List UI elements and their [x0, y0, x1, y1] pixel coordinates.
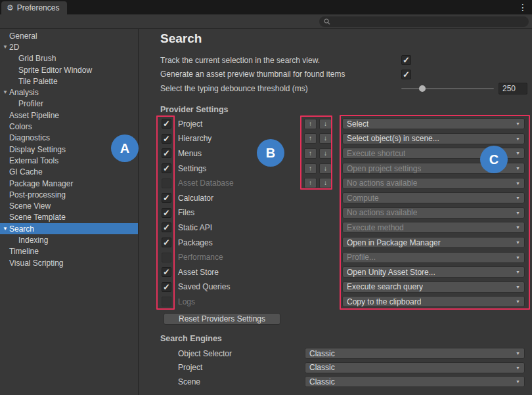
- project-checkbox[interactable]: [162, 119, 171, 129]
- foldout-triangle-icon[interactable]: ▼: [3, 45, 9, 50]
- sidebar-item-analysis[interactable]: ▼Analysis: [0, 87, 138, 98]
- debounce-slider[interactable]: [401, 83, 494, 94]
- chevron-down-icon: ▼: [513, 225, 520, 230]
- packages-action-dropdown[interactable]: Open in Package Manager▼: [342, 237, 525, 248]
- search-input[interactable]: [334, 18, 524, 26]
- provider-row-menus: Menus↑↓Execute shortcut▼: [160, 146, 527, 161]
- annotation-badge-a: A: [111, 135, 139, 162]
- dropdown-value: No actions available: [347, 178, 417, 188]
- move-up-button[interactable]: ↑: [304, 163, 317, 174]
- sidebar-item-label: Asset Pipeline: [9, 111, 59, 120]
- setting-label: Generate an asset preview thumbnail for …: [160, 70, 401, 79]
- provider-row-calculator: CalculatorCompute▼: [160, 190, 527, 205]
- sidebar-item-scene-view[interactable]: Scene View: [0, 200, 138, 211]
- static-api-action-dropdown[interactable]: Execute method▼: [342, 222, 525, 233]
- move-up-button[interactable]: ↑: [304, 148, 317, 159]
- sidebar-item-timeline[interactable]: Timeline: [0, 246, 138, 257]
- menus-checkbox[interactable]: [162, 148, 171, 158]
- move-up-button[interactable]: ↑: [304, 178, 317, 188]
- asset-database-checkbox[interactable]: [162, 178, 171, 188]
- files-checkbox[interactable]: [162, 208, 171, 218]
- reorder-arrows: ↑↓: [304, 163, 332, 174]
- provider-row-packages: PackagesOpen in Package Manager▼: [160, 235, 527, 250]
- engine-label: Object Selector: [178, 349, 305, 358]
- hierarchy-action-dropdown[interactable]: Select object(s) in scene...▼: [342, 133, 525, 144]
- sidebar-item-search[interactable]: ▼Search: [0, 223, 138, 234]
- sidebar-item-general[interactable]: General: [0, 30, 138, 41]
- dropdown-value: Open Unity Asset Store...: [347, 268, 435, 277]
- sidebar-item-package-manager[interactable]: Package Manager: [0, 178, 138, 189]
- packages-checkbox[interactable]: [162, 238, 171, 247]
- sidebar-item-label: Sprite Editor Window: [18, 66, 92, 75]
- sidebar-item-label: Post-processing: [9, 190, 66, 199]
- sidebar-item-scene-template[interactable]: Scene Template: [0, 212, 138, 223]
- preview-thumbnail-checkbox[interactable]: [401, 70, 411, 79]
- performance-action-dropdown[interactable]: Profile...▼: [342, 252, 525, 263]
- sidebar-item-post-processing[interactable]: Post-processing: [0, 189, 138, 200]
- asset-store-checkbox[interactable]: [162, 267, 171, 277]
- saved-queries-action-dropdown[interactable]: Execute search query▼: [342, 281, 525, 293]
- sidebar-item-label: Timeline: [9, 247, 39, 256]
- tab-preferences[interactable]: ⚙ Preferences: [1, 1, 67, 14]
- reset-providers-button[interactable]: Reset Providers Settings: [164, 313, 280, 325]
- chevron-down-icon: ▼: [513, 270, 520, 274]
- sidebar-item-indexing[interactable]: Indexing: [0, 234, 138, 245]
- project-action-dropdown[interactable]: Select▼: [342, 118, 525, 129]
- files-action-dropdown[interactable]: No actions available▼: [342, 207, 525, 218]
- object-selector-engine-dropdown[interactable]: Classic▼: [305, 348, 525, 359]
- sidebar-item-sprite-editor-window[interactable]: Sprite Editor Window: [0, 64, 138, 75]
- saved-queries-checkbox[interactable]: [162, 282, 171, 292]
- calculator-action-dropdown[interactable]: Compute▼: [342, 192, 525, 203]
- dropdown-value: Select: [347, 119, 368, 129]
- dropdown-value: Profile...: [347, 253, 376, 262]
- slider-handle[interactable]: [419, 85, 426, 92]
- sidebar-item-gi-cache[interactable]: GI Cache: [0, 167, 138, 178]
- sidebar-item-colors[interactable]: Colors: [0, 121, 138, 132]
- sidebar-item-label: GI Cache: [9, 167, 43, 177]
- asset-database-action-dropdown[interactable]: No actions available▼: [342, 178, 525, 189]
- move-down-button[interactable]: ↓: [319, 133, 332, 144]
- provider-label: Project: [178, 119, 304, 129]
- sidebar-item-tile-palette[interactable]: Tile Palette: [0, 75, 138, 87]
- chevron-down-icon: ▼: [513, 121, 520, 126]
- engine-label: Scene: [178, 377, 305, 386]
- move-down-button[interactable]: ↓: [319, 119, 332, 129]
- performance-checkbox[interactable]: [162, 253, 171, 262]
- provider-label: Settings: [178, 164, 304, 173]
- engine-row-project: ProjectClassic▼: [160, 361, 527, 375]
- titlebar: ⚙ Preferences ⋮: [0, 0, 532, 14]
- chevron-down-icon: ▼: [513, 240, 520, 245]
- sidebar-item-profiler[interactable]: Profiler: [0, 98, 138, 110]
- sidebar-item-asset-pipeline[interactable]: Asset Pipeline: [0, 110, 138, 121]
- reorder-arrows: ↑↓: [304, 178, 332, 188]
- hierarchy-checkbox[interactable]: [162, 134, 171, 144]
- foldout-triangle-icon[interactable]: ▼: [3, 226, 9, 232]
- project-engine-dropdown[interactable]: Classic▼: [305, 362, 525, 373]
- sidebar-item-visual-scripting[interactable]: Visual Scripting: [0, 257, 138, 268]
- foldout-triangle-icon[interactable]: ▼: [3, 90, 9, 95]
- sidebar-item-label: Colors: [9, 122, 32, 131]
- track-selection-checkbox[interactable]: [401, 55, 411, 65]
- move-down-button[interactable]: ↓: [319, 163, 332, 174]
- logs-checkbox[interactable]: [162, 297, 171, 306]
- chevron-down-icon: ▼: [513, 136, 520, 141]
- scene-engine-dropdown[interactable]: Classic▼: [305, 376, 525, 387]
- search-field[interactable]: [319, 16, 529, 27]
- debounce-value-field[interactable]: 250: [499, 83, 527, 94]
- move-up-button[interactable]: ↑: [304, 119, 317, 129]
- sidebar-item-label: Grid Brush: [18, 54, 56, 63]
- provider-label: Saved Queries: [178, 282, 304, 291]
- move-down-button[interactable]: ↓: [319, 178, 332, 188]
- provider-label: Files: [178, 208, 304, 217]
- static-api-checkbox[interactable]: [162, 222, 171, 232]
- sidebar-item-grid-brush[interactable]: Grid Brush: [0, 53, 138, 64]
- provider-label: Asset Database: [178, 178, 304, 188]
- asset-store-action-dropdown[interactable]: Open Unity Asset Store...▼: [342, 266, 525, 278]
- move-up-button[interactable]: ↑: [304, 133, 317, 144]
- kebab-menu-icon[interactable]: ⋮: [514, 2, 532, 12]
- settings-checkbox[interactable]: [162, 163, 171, 173]
- sidebar-item-2d[interactable]: ▼2D: [0, 41, 138, 52]
- calculator-checkbox[interactable]: [162, 193, 171, 203]
- logs-action-dropdown[interactable]: Copy to the clipboard▼: [342, 296, 525, 307]
- move-down-button[interactable]: ↓: [319, 148, 332, 159]
